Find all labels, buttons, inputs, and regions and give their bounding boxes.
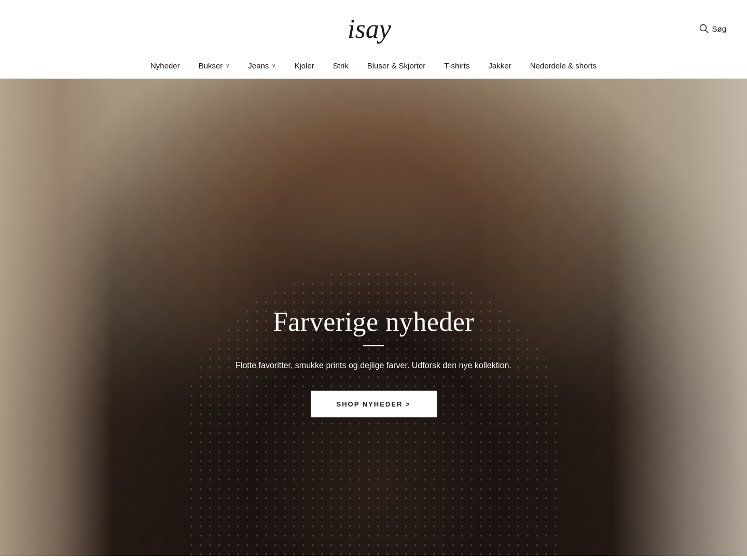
hero-section: Farverige nyheder Flotte favoritter, smu…: [0, 79, 747, 556]
header-top: isay Søg: [0, 0, 747, 53]
search-label[interactable]: Søg: [712, 24, 726, 33]
search-icon[interactable]: [699, 24, 709, 33]
hero-content: Farverige nyheder Flotte favoritter, smu…: [192, 306, 555, 417]
chevron-down-icon: ∨: [226, 63, 229, 68]
nav-item-tshirts[interactable]: T-shirts: [435, 59, 479, 72]
nav-item-bukser[interactable]: Bukser ∨: [189, 59, 239, 72]
nav-item-bluser[interactable]: Bluser & Skjorter: [358, 59, 435, 72]
chevron-down-icon: ∨: [272, 63, 275, 68]
search-area: Søg: [699, 24, 726, 33]
main-nav: Nyheder Bukser ∨ Jeans ∨ Kjoler Strik Bl…: [0, 53, 747, 78]
nav-item-kjoler[interactable]: Kjoler: [285, 59, 323, 72]
nav-item-nederdele[interactable]: Nederdele & shorts: [521, 59, 606, 72]
hero-cta-button[interactable]: SHOP NYHEDER >: [311, 390, 437, 417]
svg-line-2: [706, 30, 708, 33]
hero-title: Farverige nyheder: [192, 306, 555, 337]
hero-subtitle: Flotte favoritter, smukke prints og dejl…: [192, 359, 555, 372]
site-header: isay Søg Nyheder Bukser ∨ Jeans ∨ Kjoler: [0, 0, 747, 79]
logo[interactable]: isay: [342, 9, 405, 48]
hero-divider: [363, 345, 384, 346]
nav-item-jeans[interactable]: Jeans ∨: [239, 59, 285, 72]
nav-item-jakker[interactable]: Jakker: [479, 59, 520, 72]
nav-item-strik[interactable]: Strik: [324, 59, 358, 72]
nav-item-nyheder[interactable]: Nyheder: [141, 59, 189, 72]
svg-text:isay: isay: [348, 14, 392, 44]
